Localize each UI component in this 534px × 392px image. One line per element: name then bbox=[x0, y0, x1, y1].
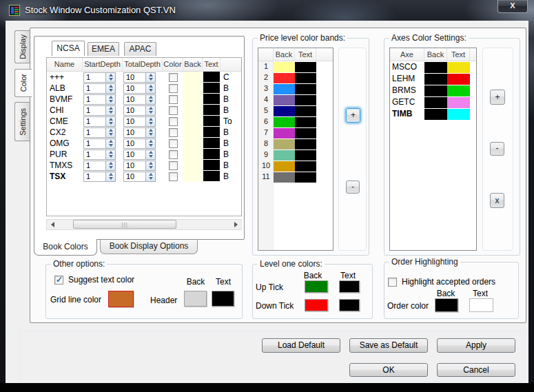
tab-display[interactable]: Display bbox=[14, 30, 30, 63]
band-text-swatch[interactable] bbox=[295, 61, 316, 72]
color-checkbox[interactable] bbox=[169, 95, 178, 104]
down-tick-back-swatch[interactable] bbox=[305, 299, 328, 311]
table-row[interactable]: BVMF110B bbox=[47, 94, 241, 105]
row-text-swatch[interactable] bbox=[203, 160, 220, 171]
spin-down-icon[interactable] bbox=[106, 165, 115, 170]
start-depth-input[interactable]: 1 bbox=[83, 105, 106, 116]
band-text-swatch[interactable] bbox=[295, 72, 316, 83]
start-depth-input[interactable]: 1 bbox=[83, 94, 106, 105]
row-back-swatch[interactable] bbox=[183, 138, 203, 149]
band-text-swatch[interactable] bbox=[295, 94, 316, 105]
spin-down-icon[interactable] bbox=[146, 165, 155, 170]
tab-ncsa[interactable]: NCSA bbox=[52, 41, 85, 56]
spin-down-icon[interactable] bbox=[106, 110, 115, 115]
axis-row[interactable]: MSCO bbox=[390, 61, 476, 73]
price-band-row[interactable]: 2 bbox=[258, 72, 333, 83]
price-band-row[interactable]: 11 bbox=[258, 172, 333, 183]
axis-row[interactable]: TIMB bbox=[390, 108, 476, 120]
total-depth-spinner[interactable] bbox=[146, 172, 156, 182]
start-depth-input[interactable]: 1 bbox=[83, 127, 106, 138]
axis-back-swatch[interactable] bbox=[424, 96, 447, 108]
table-row[interactable]: ALB110B bbox=[47, 83, 241, 94]
up-tick-back-swatch[interactable] bbox=[305, 280, 328, 293]
axis-text-swatch[interactable] bbox=[447, 96, 470, 108]
price-band-remove-button[interactable]: - bbox=[346, 180, 360, 194]
row-text-swatch[interactable] bbox=[203, 94, 220, 105]
scroll-right-button[interactable] bbox=[230, 220, 241, 229]
start-depth-input[interactable]: 1 bbox=[83, 116, 106, 127]
spin-down-icon[interactable] bbox=[146, 77, 155, 82]
color-checkbox[interactable] bbox=[169, 139, 178, 148]
color-checkbox[interactable] bbox=[169, 84, 178, 93]
tab-book-display-options[interactable]: Book Display Options bbox=[100, 240, 198, 254]
spin-down-icon[interactable] bbox=[106, 154, 115, 159]
band-back-swatch[interactable] bbox=[274, 172, 295, 183]
row-back-swatch[interactable] bbox=[183, 83, 203, 94]
total-depth-spinner[interactable] bbox=[146, 127, 156, 138]
down-tick-text-swatch[interactable] bbox=[339, 299, 360, 311]
tab-book-colors[interactable]: Book Colors bbox=[34, 239, 97, 256]
load-default-button[interactable]: Load Default bbox=[262, 338, 340, 353]
start-depth-spinner[interactable] bbox=[106, 149, 116, 160]
header-text-swatch[interactable] bbox=[212, 291, 234, 307]
total-depth-input[interactable]: 10 bbox=[123, 116, 146, 127]
spin-down-icon[interactable] bbox=[106, 88, 115, 93]
spin-down-icon[interactable] bbox=[106, 143, 115, 148]
band-back-swatch[interactable] bbox=[274, 72, 295, 83]
ok-button[interactable]: OK bbox=[349, 363, 428, 377]
spin-down-icon[interactable] bbox=[146, 132, 155, 137]
band-text-swatch[interactable] bbox=[295, 127, 316, 138]
band-back-swatch[interactable] bbox=[274, 83, 295, 94]
start-depth-spinner[interactable] bbox=[106, 94, 116, 105]
row-back-swatch[interactable] bbox=[183, 171, 203, 182]
total-depth-spinner[interactable] bbox=[146, 72, 156, 83]
table-row[interactable]: +++110C bbox=[47, 72, 241, 83]
row-text-swatch[interactable] bbox=[203, 127, 220, 138]
color-checkbox[interactable] bbox=[169, 150, 178, 159]
table-row[interactable]: CHI110B bbox=[47, 105, 241, 116]
row-text-swatch[interactable] bbox=[203, 149, 220, 160]
order-back-swatch[interactable] bbox=[435, 298, 458, 312]
axis-row[interactable]: GETC bbox=[390, 96, 476, 108]
axis-row[interactable]: LEHM bbox=[390, 73, 476, 85]
axis-delete-button[interactable]: x bbox=[490, 193, 504, 208]
row-text-swatch[interactable] bbox=[203, 116, 220, 127]
tab-emea[interactable]: EMEA bbox=[88, 42, 119, 56]
row-back-swatch[interactable] bbox=[183, 72, 203, 83]
total-depth-spinner[interactable] bbox=[146, 138, 156, 149]
tab-settings[interactable]: Settings bbox=[14, 102, 30, 141]
spin-down-icon[interactable] bbox=[146, 121, 155, 126]
start-depth-spinner[interactable] bbox=[106, 72, 116, 83]
color-checkbox[interactable] bbox=[169, 161, 178, 170]
color-checkbox[interactable] bbox=[169, 106, 178, 115]
row-back-swatch[interactable] bbox=[183, 127, 203, 138]
table-row[interactable]: PUR110B bbox=[47, 149, 241, 160]
band-text-swatch[interactable] bbox=[295, 83, 316, 94]
total-depth-spinner[interactable] bbox=[146, 94, 156, 105]
band-back-swatch[interactable] bbox=[274, 127, 295, 138]
table-row[interactable]: OMG110B bbox=[47, 138, 241, 149]
start-depth-spinner[interactable] bbox=[106, 105, 116, 116]
row-back-swatch[interactable] bbox=[183, 116, 203, 127]
spin-down-icon[interactable] bbox=[106, 99, 115, 104]
row-text-swatch[interactable] bbox=[203, 72, 220, 83]
axis-text-swatch[interactable] bbox=[447, 61, 470, 73]
color-checkbox[interactable] bbox=[169, 128, 178, 137]
total-depth-input[interactable]: 10 bbox=[123, 94, 146, 105]
band-back-swatch[interactable] bbox=[274, 94, 295, 105]
row-back-swatch[interactable] bbox=[183, 149, 203, 160]
color-checkbox[interactable] bbox=[169, 117, 178, 126]
spin-down-icon[interactable] bbox=[106, 176, 115, 181]
total-depth-input[interactable]: 10 bbox=[123, 149, 146, 160]
axis-back-swatch[interactable] bbox=[424, 108, 447, 120]
axis-back-swatch[interactable] bbox=[424, 73, 447, 85]
row-text-swatch[interactable] bbox=[203, 171, 220, 182]
axis-text-swatch[interactable] bbox=[447, 108, 470, 120]
band-text-swatch[interactable] bbox=[295, 149, 316, 161]
start-depth-input[interactable]: 1 bbox=[83, 138, 106, 149]
start-depth-input[interactable]: 1 bbox=[83, 83, 106, 94]
row-back-swatch[interactable] bbox=[183, 94, 203, 105]
start-depth-input[interactable]: 1 bbox=[83, 72, 106, 83]
axis-back-swatch[interactable] bbox=[424, 61, 447, 73]
price-band-row[interactable]: 10 bbox=[258, 161, 333, 172]
